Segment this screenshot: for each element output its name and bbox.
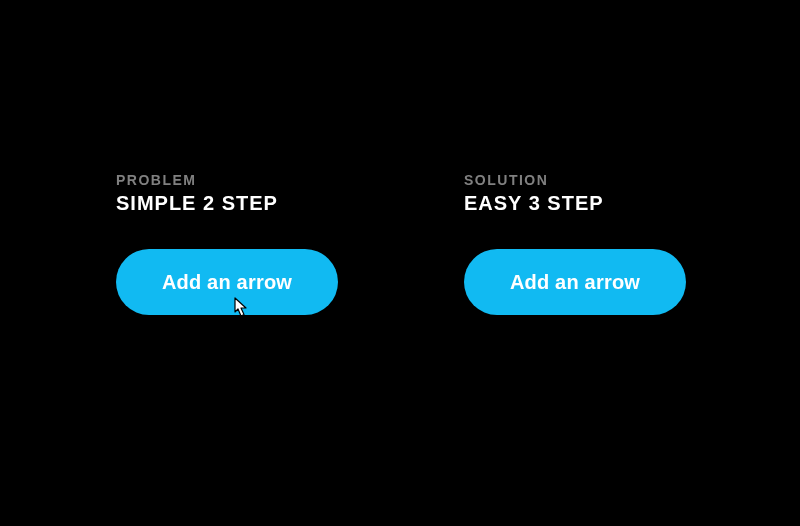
solution-column: SOLUTION EASY 3 STEP Add an arrow xyxy=(464,172,686,315)
two-column-layout: PROBLEM SIMPLE 2 STEP Add an arrow SOLUT… xyxy=(116,172,686,315)
solution-eyebrow: SOLUTION xyxy=(464,172,548,188)
problem-column: PROBLEM SIMPLE 2 STEP Add an arrow xyxy=(116,172,338,315)
add-arrow-button-solution[interactable]: Add an arrow xyxy=(464,249,686,315)
button-label: Add an arrow xyxy=(510,271,640,294)
solution-heading: EASY 3 STEP xyxy=(464,192,604,215)
add-arrow-button-problem[interactable]: Add an arrow xyxy=(116,249,338,315)
problem-heading: SIMPLE 2 STEP xyxy=(116,192,278,215)
problem-eyebrow: PROBLEM xyxy=(116,172,197,188)
button-label: Add an arrow xyxy=(162,271,292,294)
